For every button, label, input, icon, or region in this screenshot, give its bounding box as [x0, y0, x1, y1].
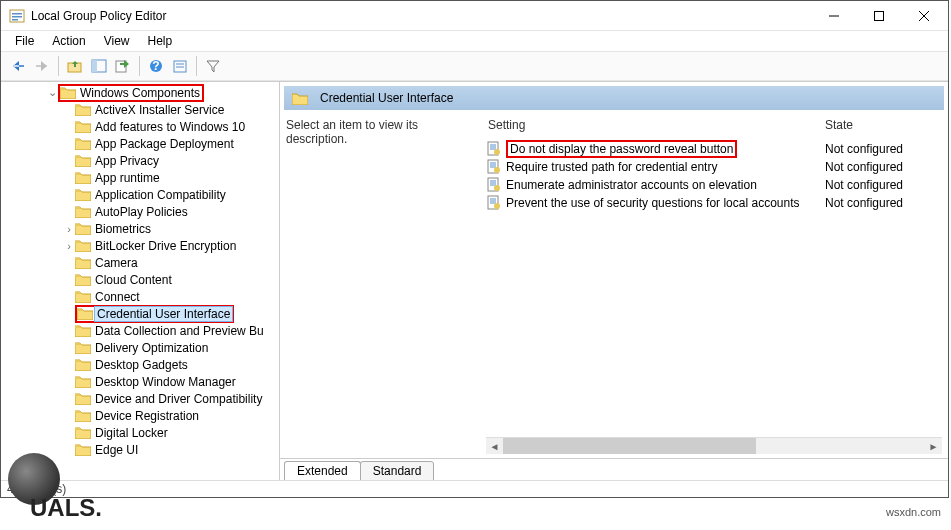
tree-label: Desktop Window Manager [95, 375, 236, 389]
watermark: wsxdn.com [886, 506, 941, 518]
setting-row[interactable]: Enumerate administrator accounts on elev… [486, 176, 942, 194]
window-controls [811, 1, 946, 30]
window-frame: Local Group Policy Editor File Action Vi… [0, 0, 949, 498]
svg-point-21 [494, 149, 500, 155]
forward-icon [34, 59, 50, 73]
tree-label: App runtime [95, 171, 160, 185]
tree-node[interactable]: Credential User Interface [1, 305, 279, 322]
help-button[interactable]: ? [145, 55, 167, 77]
properties-button[interactable] [169, 55, 191, 77]
collapse-icon[interactable]: ⌄ [46, 86, 58, 99]
back-icon [10, 59, 26, 73]
expand-icon[interactable]: › [63, 223, 75, 235]
tree-node[interactable]: App Privacy [1, 152, 279, 169]
tab-standard[interactable]: Standard [360, 461, 435, 480]
horizontal-scrollbar[interactable]: ◄ ► [486, 437, 942, 454]
tree-node[interactable]: Add features to Windows 10 [1, 118, 279, 135]
folder-icon [75, 392, 91, 405]
show-hide-tree-button[interactable] [88, 55, 110, 77]
menu-action[interactable]: Action [44, 32, 93, 50]
tree-node[interactable]: Digital Locker [1, 424, 279, 441]
setting-row[interactable]: Do not display the password reveal butto… [486, 140, 942, 158]
forward-button[interactable] [31, 55, 53, 77]
folder-icon [75, 256, 91, 269]
tree-label: Biometrics [95, 222, 151, 236]
close-icon [919, 11, 929, 21]
tree-label: App Package Deployment [95, 137, 234, 151]
folder-icon [75, 205, 91, 218]
details-header-title: Credential User Interface [320, 91, 453, 105]
column-header-setting[interactable]: Setting [486, 118, 825, 132]
titlebar: Local Group Policy Editor [1, 1, 948, 31]
scroll-right-button[interactable]: ► [925, 438, 942, 454]
help-icon: ? [148, 59, 164, 73]
minimize-icon [829, 11, 839, 21]
expand-icon[interactable]: › [63, 240, 75, 252]
folder-icon [75, 120, 91, 133]
tree-node[interactable]: Application Compatibility [1, 186, 279, 203]
tree-node[interactable]: AutoPlay Policies [1, 203, 279, 220]
tree-node[interactable]: Delivery Optimization [1, 339, 279, 356]
column-header-state[interactable]: State [825, 118, 925, 132]
svg-point-26 [494, 167, 500, 173]
maximize-button[interactable] [856, 1, 901, 30]
tree-node[interactable]: Camera [1, 254, 279, 271]
tree-label: Connect [95, 290, 140, 304]
export-icon [115, 59, 131, 73]
folder-icon [75, 222, 91, 235]
tree-label: Delivery Optimization [95, 341, 208, 355]
svg-rect-5 [874, 11, 883, 20]
tree-node[interactable]: Desktop Window Manager [1, 373, 279, 390]
up-button[interactable] [64, 55, 86, 77]
maximize-icon [874, 11, 884, 21]
tree-label: Cloud Content [95, 273, 172, 287]
tree-label: Windows Components [80, 86, 200, 100]
tree-node[interactable]: Connect [1, 288, 279, 305]
export-button[interactable] [112, 55, 134, 77]
tree-node[interactable]: ›BitLocker Drive Encryption [1, 237, 279, 254]
folder-icon [60, 86, 76, 99]
tree-node[interactable]: ActiveX Installer Service [1, 101, 279, 118]
policy-icon [486, 195, 502, 211]
folder-icon [75, 273, 91, 286]
tree-node-root[interactable]: ⌄ Windows Components [1, 84, 279, 101]
folder-icon [75, 188, 91, 201]
tree-label: Desktop Gadgets [95, 358, 188, 372]
tree-node[interactable]: ›Biometrics [1, 220, 279, 237]
tree-node[interactable]: Device and Driver Compatibility [1, 390, 279, 407]
list-header: Setting State [486, 118, 942, 140]
svg-text:?: ? [152, 59, 159, 73]
tree-node[interactable]: Device Registration [1, 407, 279, 424]
policy-icon [486, 177, 502, 193]
close-button[interactable] [901, 1, 946, 30]
svg-rect-10 [92, 60, 97, 72]
tree-pane[interactable]: ⌄ Windows Components ActiveX Installer S… [1, 82, 280, 480]
tree-label: Camera [95, 256, 138, 270]
folder-icon [75, 341, 91, 354]
tree-node[interactable]: Data Collection and Preview Bu [1, 322, 279, 339]
filter-button[interactable] [202, 55, 224, 77]
minimize-button[interactable] [811, 1, 856, 30]
tree-node[interactable]: App Package Deployment [1, 135, 279, 152]
scroll-left-button[interactable]: ◄ [486, 438, 503, 454]
tree-label: Edge UI [95, 443, 138, 457]
tree-node[interactable]: App runtime [1, 169, 279, 186]
setting-state: Not configured [825, 196, 925, 210]
menu-help[interactable]: Help [140, 32, 181, 50]
setting-row[interactable]: Prevent the use of security questions fo… [486, 194, 942, 212]
tab-extended[interactable]: Extended [284, 461, 361, 480]
setting-row[interactable]: Require trusted path for credential entr… [486, 158, 942, 176]
scroll-track[interactable] [503, 438, 925, 454]
folder-icon [75, 324, 91, 337]
tree-label: Device and Driver Compatibility [95, 392, 262, 406]
properties-icon [172, 59, 188, 73]
tree-label: Data Collection and Preview Bu [95, 324, 264, 338]
menu-file[interactable]: File [7, 32, 42, 50]
toolbar-separator [196, 56, 197, 76]
scroll-thumb[interactable] [503, 438, 756, 454]
back-button[interactable] [7, 55, 29, 77]
menu-view[interactable]: View [96, 32, 138, 50]
folder-icon [75, 171, 91, 184]
tree-node[interactable]: Cloud Content [1, 271, 279, 288]
tree-node[interactable]: Desktop Gadgets [1, 356, 279, 373]
